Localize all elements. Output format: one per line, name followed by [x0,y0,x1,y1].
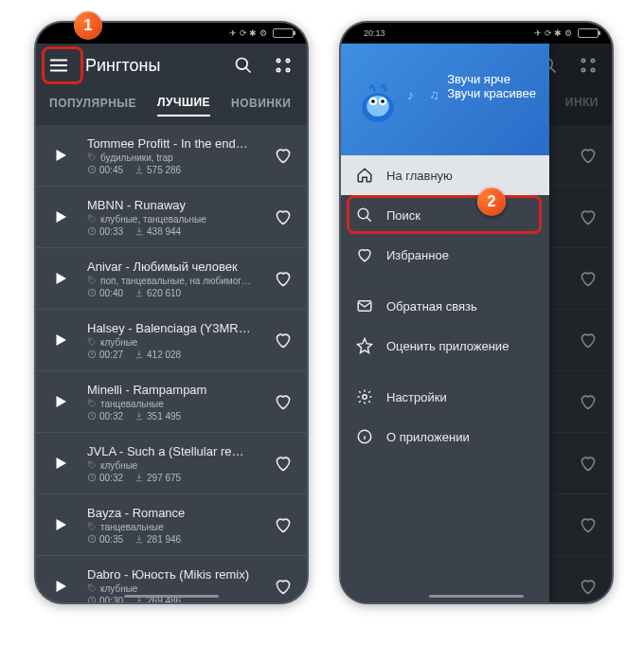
tab-new[interactable]: НОВИНКИ [231,97,291,116]
song-title: Bayza - Romance [87,506,261,520]
downloads: 281 946 [134,534,181,545]
play-button[interactable] [42,440,80,486]
favorite-button[interactable] [269,454,297,473]
search-button[interactable] [227,49,259,81]
svg-point-2 [286,59,289,62]
favorite-button[interactable] [269,207,297,226]
song-meta: MBNN - Runaway клубные, танцевальные 00:… [87,198,261,237]
duration: 00:30 [87,596,123,603]
song-row[interactable]: MBNN - Runaway клубные, танцевальные 00:… [36,187,307,248]
info-icon [356,428,373,445]
duration: 00:33 [87,226,123,237]
favorite-button[interactable] [269,515,297,534]
song-title: Minelli - Rampampam [87,383,261,397]
nav-drawer: ♪ ♫ ♪ Звучи ярче Звучи красивее На главн… [341,44,549,602]
app-title: Рингтоны [85,56,220,76]
drawer-item-star[interactable]: Оценить приложение [341,326,549,366]
download-icon [134,349,144,359]
song-list[interactable]: Tommee Profitt - In the end… будильники,… [36,125,307,602]
song-title: Dabro - Юность (Mikis remix) [87,567,261,582]
play-button[interactable] [42,502,80,547]
tab-popular[interactable]: ПОПУЛЯРНЫЕ [49,97,136,116]
play-icon [52,208,69,225]
song-tags: танцевальные [87,399,261,409]
song-row[interactable]: Halsey - Balenciaga (Y3MR… клубные 00:27… [36,310,307,371]
play-button[interactable] [42,379,80,424]
play-icon [52,393,69,410]
highlight-box-2 [347,195,542,234]
svg-point-1 [277,59,279,62]
grid-icon [274,56,293,75]
song-row[interactable]: Tommee Profitt - In the end… будильники,… [36,125,307,187]
song-title: JVLA - Such a (Stellular re… [87,444,261,458]
status-icons: ✈ ⟳ ✱ ⚙ [229,28,267,38]
clock-icon [87,596,97,602]
song-row[interactable]: Anivar - Любимый человек поп, танцевальн… [36,248,307,310]
phone-screenshot-main: ✈ ⟳ ✱ ⚙ Рингтоны ПОПУЛЯРНЫЕ ЛУЧШИЕ НОВИН… [34,21,309,604]
drawer-item-label: Обратная связь [386,299,477,314]
drawer-item-gear[interactable]: Настройки [341,377,549,417]
duration: 00:45 [87,165,123,175]
song-row[interactable]: Minelli - Rampampam танцевальные 00:32 3… [36,371,307,433]
clock-icon [87,473,97,482]
download-icon [134,288,144,297]
song-row[interactable]: Bayza - Romance танцевальные 00:35 281 9… [36,494,307,556]
play-button[interactable] [42,564,80,602]
downloads: 351 495 [134,411,181,421]
clock-icon [87,349,97,359]
play-icon [52,332,69,349]
status-icons: ✈ ⟳ ✱ ⚙ [534,28,572,38]
favorite-button[interactable] [269,146,297,165]
tab-best[interactable]: ЛУЧШИЕ [157,96,210,116]
duration: 00:40 [87,288,123,298]
tab-bar: ПОПУЛЯРНЫЕ ЛУЧШИЕ НОВИНКИ [36,87,307,125]
status-bar: 20:13 ✈ ⟳ ✱ ⚙ [341,23,612,44]
drawer-item-search[interactable]: Поиск [341,195,549,235]
grid-button[interactable] [267,49,299,81]
heart-icon [274,331,293,349]
song-stats: 00:27 412 028 [87,349,261,360]
favorite-button[interactable] [269,331,297,349]
drawer-item-info[interactable]: О приложении [341,417,549,457]
download-icon [134,473,144,482]
play-icon [52,270,69,287]
song-stats: 00:35 281 946 [87,534,261,545]
song-meta: Halsey - Balenciaga (Y3MR… клубные 00:27… [87,321,261,360]
song-stats: 00:32 297 675 [87,473,261,483]
drawer-item-home[interactable]: На главную [341,155,549,195]
play-button[interactable] [42,194,80,240]
downloads: 575 286 [134,165,181,175]
clock-icon [87,411,97,421]
song-row[interactable]: JVLA - Such a (Stellular re… клубные 00:… [36,433,307,494]
favorite-button[interactable] [269,269,297,288]
song-tags: танцевальные [87,522,261,532]
play-button[interactable] [42,317,80,363]
home-indicator [429,595,524,598]
search-icon [234,56,253,75]
downloads: 297 675 [134,473,181,483]
downloads: 412 028 [134,349,181,360]
tag-icon [87,337,97,347]
heart-icon [274,454,293,473]
song-tags: клубные [87,583,261,594]
home-icon [356,167,373,184]
clock-icon [87,226,97,236]
clock-icon [87,165,97,174]
download-icon [134,534,144,544]
play-button[interactable] [42,256,80,301]
song-title: Anivar - Любимый человек [87,260,261,274]
status-time: 20:13 [364,28,385,38]
drawer-item-heart[interactable]: Избранное [341,235,549,275]
song-meta: Tommee Profitt - In the end… будильники,… [87,136,261,175]
favorite-button[interactable] [269,577,297,596]
home-indicator [124,595,219,598]
drawer-header: ♪ ♫ ♪ Звучи ярче Звучи красивее [341,44,549,155]
gear-icon [356,388,373,405]
song-stats: 00:33 438 944 [87,226,261,237]
play-button[interactable] [42,133,80,178]
favorite-button[interactable] [269,392,297,411]
heart-icon [274,269,293,288]
clock-icon [87,288,97,297]
drawer-item-mail[interactable]: Обратная связь [341,286,549,326]
song-tags: клубные [87,460,261,471]
